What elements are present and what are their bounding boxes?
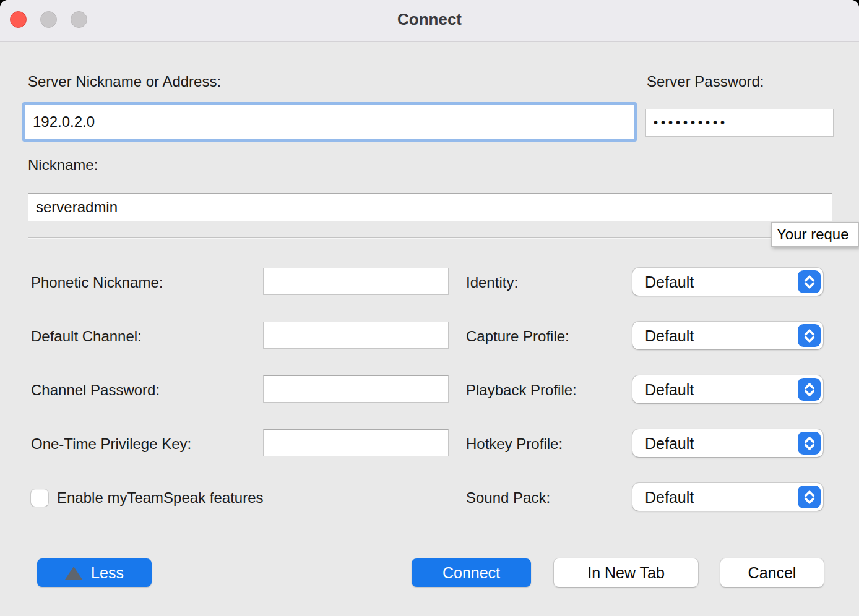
connect-button-label: Connect xyxy=(442,564,500,582)
phonetic-nickname-label: Phonetic Nickname: xyxy=(31,274,163,291)
sound-pack-label: Sound Pack: xyxy=(466,489,550,507)
phonetic-nickname-input[interactable] xyxy=(263,268,449,295)
in-new-tab-button[interactable]: In New Tab xyxy=(554,558,698,587)
cancel-button[interactable]: Cancel xyxy=(720,558,824,587)
connect-dialog: Connect Server Nickname or Address: Serv… xyxy=(0,0,859,616)
chevron-up-down-icon xyxy=(798,432,821,455)
one-time-privilege-key-label: One-Time Privilege Key: xyxy=(31,435,191,453)
playback-profile-dropdown[interactable]: Default xyxy=(632,375,823,403)
capture-profile-dropdown-value: Default xyxy=(645,327,694,344)
channel-password-input[interactable] xyxy=(263,375,449,403)
nickname-label: Nickname: xyxy=(28,156,98,174)
default-channel-input[interactable] xyxy=(263,322,449,349)
sound-pack-dropdown-value: Default xyxy=(645,488,694,506)
chevron-up-down-icon xyxy=(798,324,821,347)
playback-profile-dropdown-value: Default xyxy=(645,380,694,398)
server-password-input[interactable] xyxy=(645,109,834,137)
identity-dropdown-value: Default xyxy=(645,273,694,291)
tooltip: Your reque xyxy=(771,222,859,247)
one-time-privilege-key-input[interactable] xyxy=(263,429,449,456)
capture-profile-label: Capture Profile: xyxy=(466,328,569,345)
sound-pack-dropdown[interactable]: Default xyxy=(632,483,823,511)
server-address-input[interactable] xyxy=(25,105,634,139)
triangle-up-icon xyxy=(65,567,82,580)
playback-profile-label: Playback Profile: xyxy=(466,382,577,399)
chevron-up-down-icon xyxy=(798,378,821,401)
capture-profile-dropdown[interactable]: Default xyxy=(632,322,823,349)
in-new-tab-button-label: In New Tab xyxy=(587,564,665,582)
enable-myteamspeak-label: Enable myTeamSpeak features xyxy=(57,489,264,507)
channel-password-label: Channel Password: xyxy=(31,382,160,399)
identity-label: Identity: xyxy=(466,274,518,291)
hotkey-profile-label: Hotkey Profile: xyxy=(466,435,563,453)
less-button-label: Less xyxy=(91,564,124,582)
server-password-label: Server Password: xyxy=(647,73,764,90)
titlebar[interactable]: Connect xyxy=(0,0,859,42)
nickname-input[interactable] xyxy=(28,193,832,221)
chevron-up-down-icon xyxy=(798,270,821,293)
hotkey-profile-dropdown-value: Default xyxy=(645,434,694,452)
default-channel-label: Default Channel: xyxy=(31,328,142,345)
cancel-button-label: Cancel xyxy=(748,564,796,582)
enable-myteamspeak-checkbox[interactable] xyxy=(31,489,48,507)
connect-button[interactable]: Connect xyxy=(412,558,531,587)
chevron-up-down-icon xyxy=(798,486,821,508)
server-address-label: Server Nickname or Address: xyxy=(28,73,221,90)
window-title: Connect xyxy=(0,10,859,29)
hotkey-profile-dropdown[interactable]: Default xyxy=(632,429,823,457)
less-button[interactable]: Less xyxy=(37,558,152,587)
section-separator xyxy=(28,237,859,239)
identity-dropdown[interactable]: Default xyxy=(632,268,823,296)
